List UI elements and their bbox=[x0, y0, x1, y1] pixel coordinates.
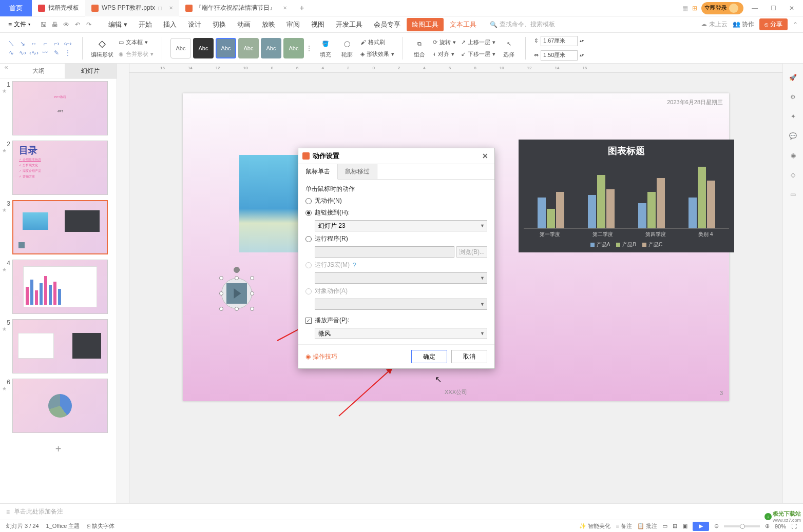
ok-button[interactable]: 确定 bbox=[411, 350, 447, 363]
redo-icon[interactable]: ↷ bbox=[84, 19, 94, 30]
thumbnail-list[interactable]: 1★ PPT教程-PPT 2★ 目录 ✓ 介绍基本信息 ✓ 分析现文化 ✓ 深度… bbox=[0, 79, 117, 503]
notes-bar[interactable]: ≡ 单击此处添加备注 bbox=[0, 503, 803, 520]
collapse-panel-icon[interactable]: « bbox=[0, 64, 12, 78]
send-backward-button[interactable]: ↙ 下移一层 ▾ bbox=[461, 49, 495, 59]
search-input[interactable]: 🔍 查找命令、搜索模板 bbox=[490, 20, 555, 29]
view-reading-icon[interactable]: ▣ bbox=[682, 523, 687, 529]
curve-double-tool[interactable]: ‹∿› bbox=[29, 49, 39, 57]
swatch-expand-icon[interactable]: ⋮ bbox=[306, 45, 312, 52]
minimize-icon[interactable]: — bbox=[748, 1, 762, 15]
view-sorter-icon[interactable]: ⊞ bbox=[673, 523, 677, 529]
comment-icon[interactable]: 💬 bbox=[789, 132, 797, 140]
close-icon[interactable]: ✕ bbox=[169, 5, 173, 11]
freeform-tool[interactable]: ✎ bbox=[51, 49, 62, 57]
apps-icon[interactable]: ⊞ bbox=[692, 5, 697, 12]
menu-tab-insert[interactable]: 插入 bbox=[158, 18, 182, 31]
tab-mouse-over[interactable]: 鼠标移过 bbox=[338, 164, 377, 179]
merge-shape-button[interactable]: ◉ 合并形状 ▾ bbox=[119, 49, 154, 59]
radio-none[interactable]: 无动作(N) bbox=[305, 196, 487, 205]
curve-arrow-tool[interactable]: ∿› bbox=[17, 49, 28, 57]
more-tool[interactable]: ⋮ bbox=[63, 49, 73, 57]
zoom-level[interactable]: 90% bbox=[775, 523, 786, 529]
resize-handle[interactable] bbox=[219, 307, 223, 311]
tab-document-active[interactable]: WPS PPT教程.pptx □ ✕ bbox=[85, 0, 179, 16]
menu-tab-view[interactable]: 视图 bbox=[306, 18, 330, 31]
connector-double-tool[interactable]: ‹⌐› bbox=[63, 40, 73, 48]
checkbox-play-sound[interactable]: ✓播放声音(P): bbox=[305, 316, 487, 325]
resize-handle[interactable] bbox=[219, 291, 223, 295]
edit-shape-icon[interactable]: ◇ bbox=[96, 37, 108, 50]
cloud-save-button[interactable]: ☁ 未上云 bbox=[701, 20, 727, 29]
view-normal-icon[interactable]: ▭ bbox=[662, 523, 667, 529]
notes-toggle[interactable]: ≡ 备注 bbox=[616, 522, 632, 530]
style-swatch-selected[interactable]: Abc bbox=[216, 38, 236, 58]
collab-button[interactable]: 👥 协作 bbox=[733, 20, 754, 29]
dialog-titlebar[interactable]: 动作设置 ✕ bbox=[298, 148, 494, 164]
comment-toggle[interactable]: 📋 批注 bbox=[637, 522, 657, 530]
sound-select[interactable]: 微风▼ bbox=[315, 328, 487, 339]
zoom-slider[interactable] bbox=[724, 525, 760, 527]
resize-handle[interactable] bbox=[250, 276, 254, 280]
rocket-icon[interactable]: 🚀 bbox=[789, 74, 797, 81]
resize-handle[interactable] bbox=[250, 291, 254, 295]
radio-hyperlink[interactable]: 超链接到(H): bbox=[305, 208, 487, 217]
login-button[interactable]: 立即登录 bbox=[701, 2, 743, 14]
select-button[interactable]: ↖ 选择 bbox=[501, 37, 517, 58]
resize-handle[interactable] bbox=[219, 276, 223, 280]
menu-tab-member[interactable]: 会员专享 bbox=[369, 18, 406, 31]
thumbnail-3-active[interactable]: 3★ bbox=[2, 200, 114, 254]
connector-tool[interactable]: ⌐ bbox=[40, 40, 50, 48]
resize-handle[interactable] bbox=[235, 307, 239, 311]
tab-template-store[interactable]: 找稻壳模板 bbox=[32, 0, 85, 16]
diamond-icon[interactable]: ◇ bbox=[791, 171, 795, 179]
radio-run-program[interactable]: 运行程序(R) bbox=[305, 234, 487, 243]
add-tab-button[interactable]: + bbox=[293, 4, 310, 13]
home-tab[interactable]: 首页 bbox=[0, 0, 32, 16]
zoom-out-icon[interactable]: ⊖ bbox=[714, 523, 719, 529]
save-icon[interactable]: 🖫 bbox=[39, 19, 49, 30]
close-icon[interactable]: ✕ bbox=[283, 5, 287, 11]
grid-icon[interactable]: ▦ bbox=[682, 5, 688, 12]
menu-tab-start[interactable]: 开始 bbox=[133, 18, 157, 31]
print-icon[interactable]: 🖶 bbox=[50, 19, 60, 30]
align-button[interactable]: ⫞ 对齐 ▾ bbox=[433, 49, 456, 59]
missing-font[interactable]: ⎘ 缺失字体 bbox=[87, 522, 114, 530]
beautify-button[interactable]: ✨ 智能美化 bbox=[579, 522, 610, 530]
rotate-button[interactable]: ⟳ 旋转 ▾ bbox=[433, 37, 456, 47]
thumbnail-1[interactable]: 1★ PPT教程-PPT bbox=[2, 81, 114, 135]
style-swatch[interactable]: Abc bbox=[193, 38, 214, 58]
menu-tab-edit[interactable]: 编辑 ▾ bbox=[103, 18, 132, 31]
menu-tab-slideshow[interactable]: 放映 bbox=[257, 18, 280, 31]
style-swatch[interactable]: Abc bbox=[283, 38, 304, 58]
zoom-in-icon[interactable]: ⊕ bbox=[765, 523, 770, 529]
outline-button[interactable]: ◯ 轮廓 bbox=[339, 37, 355, 58]
media-player-object[interactable] bbox=[221, 278, 252, 309]
tab-pin-icon[interactable]: □ bbox=[158, 5, 162, 12]
style-swatch[interactable]: Abc bbox=[170, 38, 191, 58]
maximize-icon[interactable]: ☐ bbox=[766, 1, 780, 15]
arrow-tool[interactable]: ↘ bbox=[17, 40, 28, 48]
scribble-tool[interactable]: 〰 bbox=[40, 49, 50, 57]
image-beach[interactable] bbox=[239, 155, 307, 252]
fill-button[interactable]: 🪣 填充 bbox=[317, 37, 334, 58]
file-menu[interactable]: ≡ 文件 ▾ bbox=[5, 20, 33, 29]
width-input[interactable]: 1.50厘米 bbox=[541, 50, 578, 61]
thumbnail-4[interactable]: 4★ bbox=[2, 260, 114, 314]
thumbnail-5[interactable]: 5★ bbox=[2, 319, 114, 373]
resize-handle[interactable] bbox=[235, 276, 239, 280]
menu-tab-text-tools[interactable]: 文本工具 bbox=[445, 18, 482, 31]
menu-tab-drawing-tools[interactable]: 绘图工具 bbox=[407, 18, 444, 31]
rotate-handle[interactable] bbox=[234, 267, 240, 273]
tab-document-2[interactable]: 『端午狂欢祝福浓情满节日』 ✕ bbox=[179, 0, 293, 16]
outline-tab[interactable]: 大纲 bbox=[12, 64, 65, 78]
chart-object[interactable]: 图表标题 第一季度第二季度第四季度类别 4 产品A产品B产品C bbox=[519, 140, 734, 252]
connector-arrow-tool[interactable]: ⌐› bbox=[51, 40, 62, 48]
present-icon[interactable]: ▭ bbox=[790, 191, 796, 198]
fit-icon[interactable]: ⛶ bbox=[791, 523, 797, 529]
star-icon[interactable]: ✦ bbox=[791, 113, 796, 120]
tips-link[interactable]: 操作技巧 bbox=[313, 352, 337, 361]
menu-tab-animation[interactable]: 动画 bbox=[232, 18, 256, 31]
menu-tab-design[interactable]: 设计 bbox=[183, 18, 206, 31]
height-input[interactable]: 1.67厘米 bbox=[541, 36, 578, 46]
style-swatch[interactable]: Abc bbox=[238, 38, 259, 58]
